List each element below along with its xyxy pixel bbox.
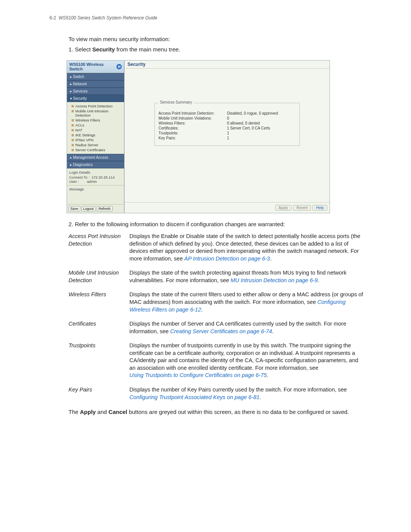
def-row: Certificates Displays the number of Serv… [68, 320, 365, 335]
def-row: Key Pairs Displays the number of Key Pai… [68, 386, 365, 401]
summary-row: Trustpoints:1 [159, 131, 296, 135]
app-main: Security Services Summary Access Point I… [124, 61, 330, 213]
refresh-button[interactable]: Refresh [97, 206, 113, 211]
nav-mgmt-access[interactable]: ▸ Management Access [67, 154, 124, 161]
link-server-certs[interactable]: Creating Server Certificates on page 6-7… [170, 328, 272, 334]
summary-legend: Services Summary [159, 100, 194, 104]
m-badge-icon[interactable]: M [116, 64, 122, 69]
tree-certs[interactable]: Server Certificates [71, 147, 123, 152]
intro-text: To view main menu security information: [68, 36, 365, 42]
footer-button-row: Apply Revert Help [124, 202, 330, 213]
link-ap-intrusion[interactable]: AP Intrusion Detection on page 6-3 [184, 256, 270, 262]
app-sidebar: WS5100 Wireless Switch M ▸ Switch ▸ Netw… [67, 61, 124, 213]
summary-row: Key Pairs:1 [159, 136, 296, 140]
message-box: Message [67, 185, 124, 204]
step-1: 1. Select Security from the main menu tr… [68, 46, 365, 53]
link-mu-intrusion[interactable]: MU Intrusion Detection on page 6-9 [231, 277, 318, 283]
tree-wireless-filters[interactable]: Wireless Filters [71, 118, 123, 123]
tree-radius[interactable]: Radius Server [71, 142, 123, 147]
revert-button[interactable]: Revert [293, 205, 311, 211]
tree-ipsec[interactable]: IPSec VPN [71, 137, 123, 142]
link-trustpoints[interactable]: Using Trustpoints to Configure Certifica… [129, 372, 267, 378]
def-row: Wireless Filters Displays the state of t… [68, 291, 365, 313]
link-key-pairs[interactable]: Configuring Trustpoint Associated Keys o… [129, 394, 260, 400]
services-summary-box: Services Summary Access Point Intrusion … [155, 103, 300, 146]
summary-row: Certificates:1 Server Cert, 0 CA Certs [159, 126, 296, 130]
sidebar-button-row: Save Logout Refresh [67, 204, 124, 213]
def-row: Trustpoints Displays the number of trust… [68, 342, 365, 379]
definition-table: Access Port Intrusion Detection Displays… [68, 233, 365, 401]
nav-switch[interactable]: ▸ Switch [67, 73, 124, 80]
tree-mu-intrusion[interactable]: Mobile Unit Intrusion Detection [71, 109, 123, 118]
page-header: 6-2 WS5100 Series Switch System Referenc… [49, 15, 365, 21]
def-row: Mobile Unit Intrusion Detection Displays… [68, 269, 365, 284]
nav-diagnostics[interactable]: ▸ Diagnostics [67, 161, 124, 168]
def-row: Access Port Intrusion Detection Displays… [68, 233, 365, 262]
main-title: Security [124, 61, 330, 69]
summary-row: Access Point Intrusion Detection:Disable… [159, 111, 296, 115]
page-number: 6-2 [49, 15, 56, 21]
summary-row: Wireless Filters:0 allowed, 0 denied [159, 121, 296, 125]
app-title-bar: WS5100 Wireless Switch M [67, 61, 124, 73]
tree-acls[interactable]: ACLs [71, 123, 123, 128]
doc-title: WS5100 Series Switch System Reference Gu… [59, 15, 157, 21]
apply-button[interactable]: Apply [275, 205, 292, 211]
app-screenshot: WS5100 Wireless Switch M ▸ Switch ▸ Netw… [67, 60, 330, 213]
save-button[interactable]: Save [68, 206, 80, 211]
logout-button[interactable]: Logout [81, 206, 96, 211]
nav-tree: Access Point Detection Mobile Unit Intru… [67, 102, 124, 154]
footer-note: The Apply and Cancel buttons are greyed … [68, 408, 365, 416]
nav-network[interactable]: ▸ Network [67, 80, 124, 88]
login-details: Login Details Connect To : 172.20.25.114… [67, 168, 124, 185]
help-button[interactable]: Help [312, 205, 327, 211]
tree-nat[interactable]: NAT [71, 128, 123, 133]
step-2: 2. Refer to the following information to… [68, 221, 365, 227]
nav-services[interactable]: ▸ Services [67, 88, 124, 95]
summary-row: Mobile Unit Intrusion Violations:0 [159, 116, 296, 120]
tree-ike[interactable]: IKE Settings [71, 133, 123, 137]
tree-ap-detection[interactable]: Access Point Detection [71, 104, 123, 109]
nav-security[interactable]: ▾ Security [67, 95, 124, 102]
